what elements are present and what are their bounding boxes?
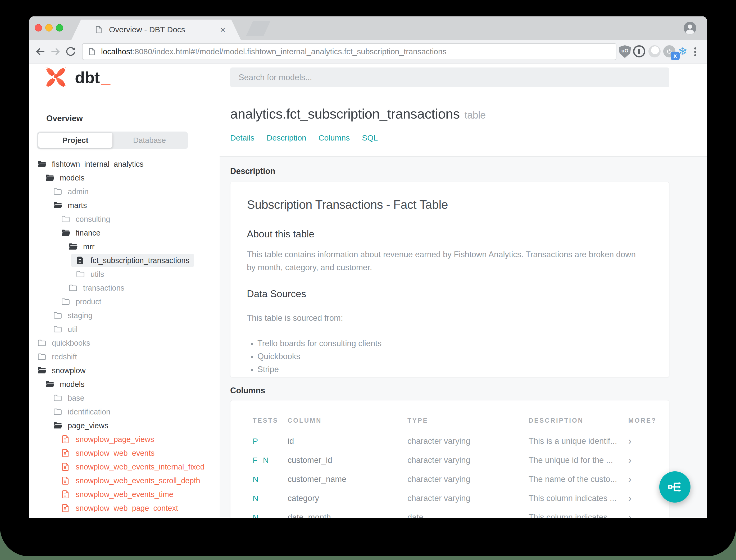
tests-badge: F N: [253, 456, 270, 465]
search-input[interactable]: [230, 67, 669, 87]
tree-item-finance[interactable]: finance: [29, 226, 220, 240]
tab-project[interactable]: Project: [38, 133, 112, 148]
folder-closed-icon: [53, 187, 62, 196]
browser-profile-avatar[interactable]: [683, 21, 697, 35]
folder-open-icon: [37, 366, 47, 375]
screenshot-stage: Overview - DBT Docs × localhost:8080/ind…: [0, 0, 736, 560]
tree-item-snowplow-web-events-scroll-depth[interactable]: snowplow_web_events_scroll_depth: [29, 474, 220, 487]
nav-description[interactable]: Description: [267, 133, 306, 142]
chevron-right-icon[interactable]: ›: [628, 474, 631, 485]
tree-item-page-views[interactable]: page_views: [29, 419, 220, 432]
tab-favicon-icon: [95, 25, 103, 34]
back-icon[interactable]: [35, 46, 46, 57]
tree-item-product[interactable]: product: [29, 295, 220, 309]
tree-item-util[interactable]: util: [29, 322, 220, 336]
dag-icon: [667, 479, 683, 495]
model-file-icon: [61, 435, 70, 444]
columns-section-label: Columns: [230, 386, 707, 395]
sections: Description Subscription Transactions - …: [220, 157, 707, 518]
tab-close-icon[interactable]: ×: [220, 25, 226, 35]
url-path: :8080/index.html#!/model/model.fishtown_…: [132, 47, 446, 56]
browser-tab[interactable]: Overview - DBT Docs ×: [71, 20, 241, 40]
url-text: localhost:8080/index.html#!/model/model.…: [101, 47, 446, 56]
nav-details[interactable]: Details: [230, 133, 255, 142]
tree-item-identification[interactable]: identification: [29, 405, 220, 419]
table-row-category[interactable]: N category character varying This column…: [231, 489, 669, 508]
tree-item-snowplow-web-page-context[interactable]: snowplow_web_page_context: [29, 501, 220, 515]
tree-item-utils[interactable]: utils: [29, 267, 220, 281]
reload-icon[interactable]: [65, 46, 76, 57]
tree-item-snowplow-models[interactable]: models: [29, 377, 220, 391]
tree-item-admin[interactable]: admin: [29, 185, 220, 198]
nav-sql[interactable]: SQL: [362, 133, 378, 142]
tree-item-snowplow-web-events-time[interactable]: snowplow_web_events_time: [29, 487, 220, 501]
column-header-description: DESCRIPTION: [528, 417, 584, 424]
lineage-graph-button[interactable]: [659, 471, 690, 503]
main-content: analytics.fct_subscription_transactionst…: [220, 91, 707, 517]
nav-columns[interactable]: Columns: [319, 133, 350, 142]
tree-item-transactions[interactable]: transactions: [29, 281, 220, 295]
model-title-block: analytics.fct_subscription_transactionst…: [220, 91, 707, 157]
forward-icon[interactable]: [49, 46, 61, 57]
chevron-right-icon[interactable]: ›: [628, 512, 631, 518]
tree-item-staging[interactable]: staging: [29, 309, 220, 322]
folder-open-icon: [45, 380, 55, 389]
model-file-icon: [61, 462, 70, 472]
table-row-id[interactable]: P id character varying This is a unique …: [231, 432, 669, 451]
close-window-button[interactable]: [35, 24, 42, 31]
tree-item-redshift[interactable]: redshift: [29, 350, 220, 364]
table-row-customer-id[interactable]: F N customer_id character varying The un…: [231, 451, 669, 470]
folder-closed-icon: [68, 283, 78, 293]
file-tree: fishtown_internal_analytics models admin…: [29, 157, 220, 515]
tree-item-fct-subscription-transactions[interactable]: fct_subscription_transactions: [29, 254, 220, 267]
folder-closed-icon: [61, 214, 70, 224]
tree-item-snowplow-web-events-internal-fixed[interactable]: snowplow_web_events_internal_fixed: [29, 460, 220, 474]
dbt-logo[interactable]: dbt _: [44, 65, 110, 89]
snowflake-extension-icon[interactable]: ❄: [678, 45, 691, 58]
folder-closed-icon: [53, 407, 62, 417]
power-extension-icon[interactable]: x: [663, 45, 676, 58]
tab-strip: Overview - DBT Docs ×: [29, 16, 707, 40]
folder-open-icon: [68, 242, 78, 251]
swirl-extension-icon[interactable]: [648, 45, 661, 58]
tree-item-consulting[interactable]: consulting: [29, 212, 220, 226]
tree-item-snowplow-web-events[interactable]: snowplow_web_events: [29, 446, 220, 460]
folder-closed-icon: [53, 311, 62, 320]
tab-database[interactable]: Database: [112, 133, 187, 148]
page-title-suffix: table: [464, 110, 486, 121]
maximize-window-button[interactable]: [56, 24, 63, 31]
folder-closed-icon: [53, 324, 62, 334]
chevron-right-icon[interactable]: ›: [628, 455, 631, 466]
ublock-extension-icon[interactable]: uO: [619, 45, 631, 58]
table-row-date-month[interactable]: N date_month date This column indicates …: [231, 508, 669, 518]
tree-item-snowplow[interactable]: snowplow: [29, 364, 220, 377]
tree-item-fishtown-internal-analytics[interactable]: fishtown_internal_analytics: [29, 157, 220, 171]
tests-badge: N: [253, 475, 260, 484]
minimize-window-button[interactable]: [45, 24, 53, 31]
model-file-icon: [76, 256, 85, 265]
tree-item-models[interactable]: models: [29, 171, 220, 185]
browser-window: Overview - DBT Docs × localhost:8080/ind…: [29, 16, 707, 518]
model-file-icon: [61, 490, 70, 499]
list-item: Quickbooks: [258, 350, 653, 363]
chevron-right-icon[interactable]: ›: [628, 436, 631, 447]
tree-item-quickbooks[interactable]: quickbooks: [29, 336, 220, 350]
tests-badge: N: [253, 513, 260, 518]
tree-item-base[interactable]: base: [29, 391, 220, 405]
tree-item-mrr[interactable]: mrr: [29, 240, 220, 254]
data-sources-heading: Data Sources: [247, 288, 653, 300]
address-bar[interactable]: localhost:8080/index.html#!/model/model.…: [82, 43, 616, 60]
browser-menu-icon[interactable]: [694, 46, 697, 59]
new-tab-button[interactable]: [246, 21, 271, 36]
list-item: Stripe: [258, 363, 653, 376]
tree-item-marts[interactable]: marts: [29, 198, 220, 212]
folder-open-icon: [61, 228, 70, 238]
table-row-customer-name[interactable]: N customer_name character varying The na…: [231, 470, 669, 489]
description-section-label: Description: [230, 166, 707, 176]
chevron-right-icon[interactable]: ›: [628, 493, 631, 504]
page-title: analytics.fct_subscription_transactionst…: [230, 91, 707, 122]
tests-badge: N: [253, 494, 260, 503]
browser-toolbar: localhost:8080/index.html#!/model/model.…: [29, 40, 707, 64]
tree-item-snowplow-page-views[interactable]: snowplow_page_views: [29, 432, 220, 446]
password-manager-extension-icon[interactable]: [633, 45, 646, 58]
